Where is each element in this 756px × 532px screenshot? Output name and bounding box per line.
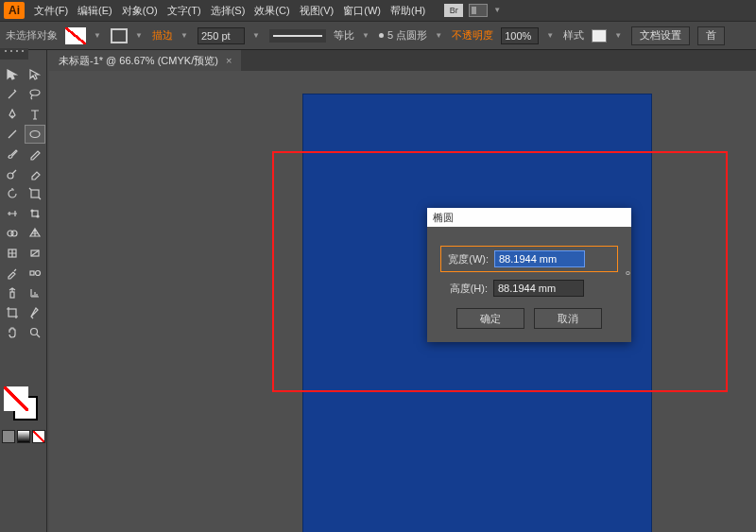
gradient-mode-icon[interactable] bbox=[17, 430, 30, 443]
panel-grip[interactable] bbox=[0, 48, 28, 60]
graph-tool[interactable] bbox=[25, 283, 45, 302]
options-bar: 未选择对象 ▼ ▼ 描边 ▼ 250 pt ▼ 等比 ▼ 5 点圆形 ▼ 不透明… bbox=[0, 21, 756, 50]
eyedropper-tool[interactable] bbox=[2, 264, 23, 283]
link-constrain-icon[interactable]: ⚬ bbox=[623, 266, 633, 281]
svg-point-0 bbox=[30, 90, 40, 95]
document-tabs: 未标题-1* @ 66.67% (CMYK/预览) × bbox=[49, 50, 756, 71]
eraser-tool[interactable] bbox=[25, 164, 45, 183]
workspace-switcher-icon[interactable] bbox=[469, 4, 488, 17]
menu-help[interactable]: 帮助(H) bbox=[390, 4, 425, 18]
width-label: 宽度(W): bbox=[441, 252, 489, 266]
artboard-tool[interactable] bbox=[2, 303, 23, 322]
pen-tool[interactable] bbox=[2, 105, 23, 124]
rotate-tool[interactable] bbox=[2, 184, 23, 203]
chevron-down-icon[interactable]: ▼ bbox=[362, 31, 371, 41]
chevron-down-icon[interactable]: ▼ bbox=[546, 31, 556, 41]
fill-stroke-control[interactable] bbox=[4, 386, 42, 424]
svg-point-6 bbox=[37, 215, 39, 217]
menu-file[interactable]: 文件(F) bbox=[34, 4, 68, 18]
dialog-title: 椭圆 bbox=[427, 208, 631, 227]
chevron-down-icon[interactable]: ▼ bbox=[180, 31, 190, 41]
color-mode-icon[interactable] bbox=[2, 430, 15, 443]
dot-icon bbox=[379, 33, 384, 38]
fill-color-icon[interactable] bbox=[4, 386, 28, 411]
svg-point-5 bbox=[31, 210, 33, 212]
zoom-tool[interactable] bbox=[25, 323, 45, 342]
tab-label: 未标题-1* @ 66.67% (CMYK/预览) bbox=[59, 54, 218, 68]
svg-point-1 bbox=[30, 131, 40, 138]
blend-tool[interactable] bbox=[25, 264, 45, 283]
stroke-swatch[interactable] bbox=[111, 28, 128, 43]
scale-tool[interactable] bbox=[25, 184, 45, 203]
menu-view[interactable]: 视图(V) bbox=[300, 4, 335, 18]
cancel-button[interactable]: 取消 bbox=[534, 308, 602, 329]
width-input[interactable]: 88.1944 mm bbox=[494, 250, 585, 267]
gradient-tool[interactable] bbox=[25, 244, 45, 263]
menu-object[interactable]: 对象(O) bbox=[122, 4, 158, 18]
menu-effect[interactable]: 效果(C) bbox=[254, 4, 289, 18]
none-mode-icon[interactable] bbox=[32, 430, 45, 443]
chevron-down-icon[interactable]: ▼ bbox=[614, 31, 624, 41]
chevron-down-icon[interactable]: ▼ bbox=[435, 31, 444, 41]
menubar: Ai 文件(F) 编辑(E) 对象(O) 文字(T) 选择(S) 效果(C) 视… bbox=[0, 0, 756, 21]
width-row: 宽度(W): 88.1944 mm bbox=[440, 246, 618, 272]
svg-point-12 bbox=[35, 271, 40, 276]
brush-preview[interactable] bbox=[269, 29, 326, 43]
paintbrush-tool[interactable] bbox=[2, 145, 23, 163]
chevron-down-icon[interactable]: ▼ bbox=[252, 31, 262, 41]
direct-selection-tool[interactable] bbox=[25, 65, 45, 84]
document-setup-button[interactable]: 文档设置 bbox=[631, 26, 690, 45]
menu-type[interactable]: 文字(T) bbox=[167, 4, 201, 18]
profile-label: 5 点圆形 bbox=[387, 28, 427, 43]
pencil-tool[interactable] bbox=[25, 145, 45, 163]
menu-select[interactable]: 选择(S) bbox=[211, 4, 246, 18]
hand-tool[interactable] bbox=[2, 323, 23, 342]
height-input[interactable]: 88.1944 mm bbox=[493, 280, 584, 297]
chevron-down-icon[interactable]: ▼ bbox=[135, 31, 145, 41]
menu-edit[interactable]: 编辑(E) bbox=[77, 4, 112, 18]
document-tab[interactable]: 未标题-1* @ 66.67% (CMYK/预览) × bbox=[49, 50, 241, 71]
height-row: 高度(H): 88.1944 mm bbox=[440, 280, 618, 297]
style-label: 样式 bbox=[563, 28, 584, 43]
opacity-field[interactable]: 100% bbox=[501, 27, 539, 44]
mesh-tool[interactable] bbox=[2, 244, 23, 263]
width-tool[interactable] bbox=[2, 204, 23, 223]
ok-button[interactable]: 确定 bbox=[456, 308, 524, 329]
canvas-area[interactable]: 椭圆 宽度(W): 88.1944 mm 高度(H): 88.1944 mm ⚬… bbox=[49, 71, 756, 532]
selection-status: 未选择对象 bbox=[6, 28, 58, 43]
close-icon[interactable]: × bbox=[226, 55, 232, 66]
ellipse-tool[interactable] bbox=[25, 125, 45, 144]
type-tool[interactable] bbox=[25, 105, 45, 124]
svg-point-15 bbox=[30, 329, 37, 335]
brush-mode-label: 等比 bbox=[334, 28, 354, 43]
chevron-down-icon[interactable]: ▼ bbox=[493, 6, 503, 15]
preferences-button[interactable]: 首 bbox=[697, 26, 725, 45]
stroke-label[interactable]: 描边 bbox=[152, 28, 173, 43]
stroke-weight-field[interactable]: 250 pt bbox=[198, 27, 245, 44]
chevron-down-icon[interactable]: ▼ bbox=[94, 31, 103, 41]
style-swatch[interactable] bbox=[592, 29, 607, 43]
perspective-tool[interactable] bbox=[25, 224, 45, 243]
workspace: 未标题-1* @ 66.67% (CMYK/预览) × 椭圆 宽度(W): 88… bbox=[0, 50, 756, 532]
svg-rect-11 bbox=[30, 271, 34, 275]
slice-tool[interactable] bbox=[25, 303, 45, 322]
stroke-profile[interactable]: 5 点圆形 bbox=[379, 28, 427, 43]
ellipse-dialog: 椭圆 宽度(W): 88.1944 mm 高度(H): 88.1944 mm ⚬… bbox=[427, 208, 631, 342]
blob-brush-tool[interactable] bbox=[2, 164, 23, 183]
line-tool[interactable] bbox=[2, 125, 23, 144]
shape-builder-tool[interactable] bbox=[2, 224, 23, 243]
symbol-sprayer-tool[interactable] bbox=[2, 283, 23, 302]
lasso-tool[interactable] bbox=[25, 85, 45, 104]
svg-rect-3 bbox=[31, 190, 39, 197]
selection-tool[interactable] bbox=[2, 65, 23, 84]
svg-point-8 bbox=[11, 231, 17, 236]
magic-wand-tool[interactable] bbox=[2, 85, 23, 104]
svg-rect-14 bbox=[9, 309, 16, 317]
opacity-label[interactable]: 不透明度 bbox=[452, 28, 493, 43]
svg-rect-13 bbox=[10, 292, 14, 298]
height-label: 高度(H): bbox=[440, 282, 488, 296]
bridge-icon[interactable]: Br bbox=[444, 4, 463, 17]
fill-swatch[interactable] bbox=[65, 27, 86, 44]
menu-window[interactable]: 窗口(W) bbox=[343, 4, 381, 18]
free-transform-tool[interactable] bbox=[25, 204, 45, 223]
